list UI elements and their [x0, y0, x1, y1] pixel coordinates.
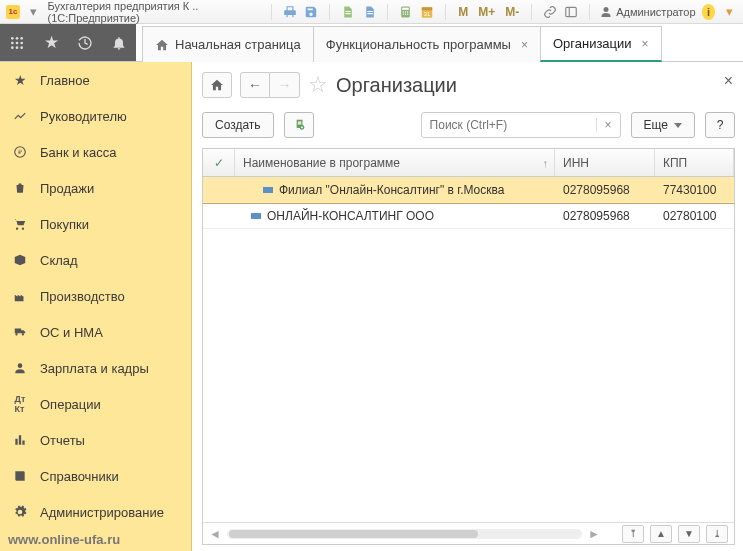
- table-row[interactable]: Филиал "Онлайн-Консалтинг" в г.Москва 02…: [203, 177, 734, 203]
- cell-inn: 0278095968: [563, 209, 630, 223]
- close-icon[interactable]: ×: [724, 72, 733, 90]
- bag-icon: [12, 180, 28, 196]
- table-row[interactable]: ОНЛАЙН-КОНСАЛТИНГ ООО 0278095968 0278010…: [203, 203, 734, 229]
- favorites-icon[interactable]: ★: [34, 24, 68, 62]
- svg-point-15: [20, 37, 23, 40]
- sidebar-item-production[interactable]: Производство: [0, 278, 191, 314]
- sidebar-item-label: Отчеты: [40, 433, 85, 448]
- print-icon[interactable]: [282, 3, 298, 21]
- create-button[interactable]: Создать: [202, 112, 274, 138]
- svg-point-18: [20, 41, 23, 44]
- row-icon: [263, 187, 273, 193]
- svg-point-20: [16, 46, 19, 49]
- sidebar-item-label: Банк и касса: [40, 145, 117, 160]
- table-footer: ◄ ► ⤒ ▲ ▼ ⤓: [203, 522, 734, 544]
- sidebar-item-operations[interactable]: ДтКтОперации: [0, 386, 191, 422]
- factory-icon: [12, 288, 28, 304]
- more-button[interactable]: Еще: [631, 112, 695, 138]
- sidebar-item-label: Справочники: [40, 469, 119, 484]
- memory-mminus-button[interactable]: M-: [503, 5, 521, 19]
- calculator-icon[interactable]: [398, 3, 414, 21]
- sidebar-item-purchases[interactable]: Покупки: [0, 206, 191, 242]
- nav-back-button[interactable]: ←: [240, 72, 270, 98]
- scroll-right-icon[interactable]: ►: [588, 527, 600, 541]
- tab-bar: Начальная страница Функциональность прог…: [136, 24, 743, 61]
- col-inn[interactable]: ИНН: [555, 149, 655, 176]
- home-icon: [155, 38, 169, 52]
- search-input[interactable]: [422, 118, 596, 132]
- tab-close-icon[interactable]: ×: [521, 38, 528, 52]
- link-icon[interactable]: [542, 3, 558, 21]
- sidebar-item-manager[interactable]: Руководителю: [0, 98, 191, 134]
- info-icon[interactable]: i: [702, 4, 716, 20]
- tab-home[interactable]: Начальная страница: [142, 26, 314, 62]
- nav-home-button[interactable]: [202, 72, 232, 98]
- col-kpp[interactable]: КПП: [655, 149, 734, 176]
- sidebar-item-bank[interactable]: ₽Банк и касса: [0, 134, 191, 170]
- cell-kpp: 77430100: [663, 183, 716, 197]
- ruble-icon: ₽: [12, 144, 28, 160]
- page-last-button[interactable]: ⤓: [706, 525, 728, 543]
- panel-icon[interactable]: [564, 3, 580, 21]
- svg-point-7: [407, 13, 408, 14]
- search-input-wrap: ×: [421, 112, 621, 138]
- memory-mplus-button[interactable]: M+: [476, 5, 497, 19]
- search-clear-icon[interactable]: ×: [596, 118, 620, 132]
- apps-icon[interactable]: [0, 24, 34, 62]
- doc1-icon[interactable]: [340, 3, 356, 21]
- copy-button[interactable]: [284, 112, 314, 138]
- scroll-left-icon[interactable]: ◄: [209, 527, 221, 541]
- svg-point-3: [405, 11, 406, 12]
- sidebar-item-warehouse[interactable]: Склад: [0, 242, 191, 278]
- box-icon: [12, 252, 28, 268]
- main-toolbar: ★ Начальная страница Функциональность пр…: [0, 24, 743, 62]
- horizontal-scrollbar[interactable]: [227, 529, 582, 539]
- svg-text:31: 31: [424, 10, 430, 16]
- page-down-button[interactable]: ▼: [678, 525, 700, 543]
- sidebar-item-label: Зарплата и кадры: [40, 361, 149, 376]
- app-logo-icon: 1c: [6, 5, 20, 19]
- sidebar-item-reports[interactable]: Отчеты: [0, 422, 191, 458]
- sidebar-item-label: Производство: [40, 289, 125, 304]
- doc2-icon[interactable]: [362, 3, 378, 21]
- app-title: Бухгалтерия предприятия К .. (1С:Предпри…: [47, 0, 261, 24]
- sidebar-item-label: Администрирование: [40, 505, 164, 520]
- sidebar-item-catalogs[interactable]: Справочники: [0, 458, 191, 494]
- save-icon[interactable]: [304, 3, 320, 21]
- sidebar-item-admin[interactable]: Администрирование: [0, 494, 191, 530]
- user-label: Администратор: [616, 6, 695, 18]
- cell-name: ОНЛАЙН-КОНСАЛТИНГ ООО: [267, 209, 434, 223]
- page-first-button[interactable]: ⤒: [622, 525, 644, 543]
- truck-icon: [12, 324, 28, 340]
- cell-inn: 0278095968: [563, 183, 630, 197]
- tab-functionality[interactable]: Функциональность программы ×: [313, 26, 541, 62]
- person-icon: [12, 360, 28, 376]
- favorite-star-icon[interactable]: ☆: [308, 72, 328, 98]
- sidebar-item-label: Склад: [40, 253, 78, 268]
- memory-m-button[interactable]: M: [456, 5, 470, 19]
- sidebar-item-label: ОС и НМА: [40, 325, 103, 340]
- menu-dropdown-icon[interactable]: ▾: [721, 3, 737, 21]
- tab-close-icon[interactable]: ×: [642, 37, 649, 51]
- page-up-button[interactable]: ▲: [650, 525, 672, 543]
- nav-forward-button[interactable]: →: [270, 72, 300, 98]
- notifications-icon[interactable]: [102, 24, 136, 62]
- sidebar-item-label: Покупки: [40, 217, 89, 232]
- sidebar-item-sales[interactable]: Продажи: [0, 170, 191, 206]
- sidebar-item-payroll[interactable]: Зарплата и кадры: [0, 350, 191, 386]
- calendar-icon[interactable]: 31: [420, 3, 436, 21]
- svg-point-5: [403, 13, 404, 14]
- col-check[interactable]: ✓: [203, 149, 235, 176]
- tab-label: Организации: [553, 36, 632, 51]
- sidebar-item-label: Операции: [40, 397, 101, 412]
- dropdown-icon[interactable]: ▾: [26, 3, 42, 21]
- tab-organizations[interactable]: Организации ×: [540, 26, 662, 62]
- current-user[interactable]: Администратор: [600, 6, 695, 18]
- sidebar-item-main[interactable]: ★Главное: [0, 62, 191, 98]
- user-icon: [600, 6, 612, 18]
- sidebar-item-assets[interactable]: ОС и НМА: [0, 314, 191, 350]
- help-button[interactable]: ?: [705, 112, 735, 138]
- col-name[interactable]: Наименование в программе: [235, 149, 555, 176]
- svg-text:₽: ₽: [18, 148, 22, 155]
- history-icon[interactable]: [68, 24, 102, 62]
